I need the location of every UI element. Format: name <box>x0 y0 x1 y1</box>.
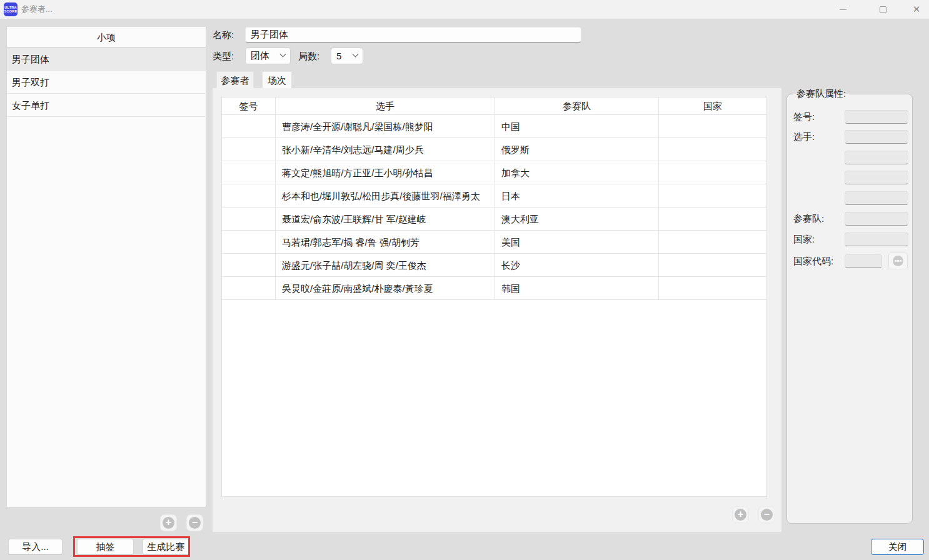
table-row[interactable]: 杉本和也/堀川敦弘/松田步真/後藤世羽/福澤勇太 日本 <box>222 184 766 208</box>
chevron-down-icon <box>353 51 359 58</box>
title-bar: ULTRA SCORE 参赛者... ✕ <box>0 0 929 19</box>
column-header-team: 参赛队 <box>495 98 659 115</box>
window-title: 参赛者... <box>21 0 53 19</box>
remove-participant-button[interactable]: − <box>758 506 775 523</box>
country-label: 国家: <box>793 234 815 246</box>
minus-icon: − <box>189 517 201 529</box>
games-dropdown[interactable]: 5 <box>331 48 363 64</box>
event-list-header: 小项 <box>7 27 206 48</box>
sidebar-item-womens-singles[interactable]: 女子单打 <box>7 94 206 117</box>
table-row[interactable]: 张小新/辛清华/刘志远/马建/周少兵 俄罗斯 <box>222 138 766 161</box>
generate-matches-button[interactable]: 生成比赛 <box>143 539 189 555</box>
table-row[interactable]: 马若珺/郭志军/揭 睿/鲁 强/胡钊芳 美国 <box>222 231 766 254</box>
name-input[interactable] <box>245 27 581 42</box>
tab-participants[interactable]: 参赛者 <box>216 71 254 88</box>
name-label: 名称: <box>213 29 234 41</box>
minus-icon: − <box>761 509 773 521</box>
add-participant-button[interactable]: + <box>732 506 749 523</box>
close-dialog-button[interactable]: 关闭 <box>871 539 924 555</box>
sign-label: 签号: <box>793 111 815 123</box>
table-row[interactable]: 游盛元/张子喆/胡左骁/周 奕/王俊杰 长沙 <box>222 254 766 277</box>
tab-matches[interactable]: 场次 <box>262 71 292 88</box>
maximize-icon <box>880 6 886 13</box>
import-button[interactable]: 导入... <box>8 539 63 555</box>
add-event-button[interactable]: + <box>160 514 177 531</box>
plus-icon: + <box>163 517 174 529</box>
table-row[interactable]: 聂道宏/俞东波/王联辉/甘 军/赵建岐 澳大利亚 <box>222 208 766 231</box>
column-header-country: 国家 <box>659 98 766 115</box>
plus-icon: + <box>735 509 746 521</box>
table-row[interactable]: 蒋文定/熊旭晴/方正亚/王小明/孙牯昌 加拿大 <box>222 161 766 184</box>
table-row[interactable]: 曹彦涛/全开源/谢聪凡/梁国栋/熊梦阳 中国 <box>222 115 766 138</box>
event-list-panel: 小项 男子团体 男子双打 女子单打 <box>6 26 206 508</box>
close-icon: ✕ <box>913 4 921 15</box>
player-input-4[interactable] <box>845 191 908 205</box>
remove-event-button[interactable]: − <box>186 514 203 531</box>
table-header-row: 签号 选手 参赛队 国家 <box>222 98 766 115</box>
maximize-button[interactable] <box>869 0 896 19</box>
column-header-sign: 签号 <box>222 98 276 115</box>
table-row[interactable]: 吳炅旼/金莊原/南盛斌/朴慶泰/黃珍夏 韩国 <box>222 277 766 300</box>
ellipsis-icon: ••• <box>893 256 903 266</box>
type-label: 类型: <box>213 51 234 62</box>
close-window-button[interactable]: ✕ <box>903 0 929 19</box>
country-code-label: 国家代码: <box>793 256 833 268</box>
app-logo-icon: ULTRA SCORE <box>4 2 18 16</box>
column-header-players: 选手 <box>276 98 495 115</box>
team-properties-groupbox: 参赛队属性: 签号: 选手: 参赛队: 国家: 国家代码: ••• <box>786 94 913 524</box>
player-input-2[interactable] <box>845 151 908 164</box>
minimize-icon <box>840 9 846 10</box>
team-properties-title: 参赛队属性: <box>793 88 849 100</box>
team-input[interactable] <box>845 212 908 226</box>
minimize-button[interactable] <box>829 0 856 19</box>
team-label: 参赛队: <box>793 213 824 225</box>
chevron-down-icon <box>280 51 286 58</box>
players-label: 选手: <box>793 131 815 143</box>
sidebar-item-mens-team[interactable]: 男子团体 <box>7 48 206 71</box>
sign-input[interactable] <box>845 110 908 124</box>
games-label: 局数: <box>298 51 319 62</box>
country-code-input[interactable] <box>845 254 882 268</box>
sidebar-item-mens-doubles[interactable]: 男子双打 <box>7 71 206 94</box>
country-code-browse-button[interactable]: ••• <box>888 252 908 269</box>
participants-table: 签号 选手 参赛队 国家 曹彦涛/全开源/谢聪凡/梁国栋/熊梦阳 中国 张小新/… <box>221 97 767 497</box>
player-input-1[interactable] <box>845 130 908 144</box>
type-dropdown[interactable]: 团体 <box>245 48 291 64</box>
country-input[interactable] <box>845 232 908 246</box>
player-input-3[interactable] <box>845 171 908 184</box>
draw-button[interactable]: 抽签 <box>77 539 134 555</box>
